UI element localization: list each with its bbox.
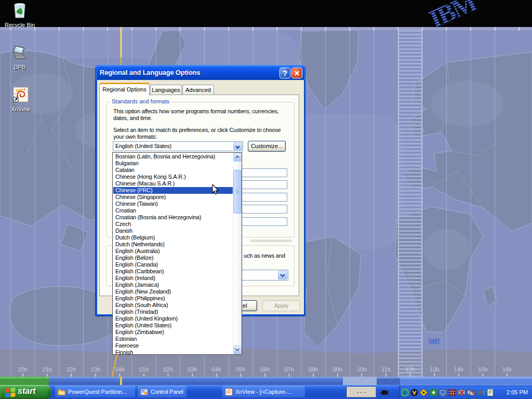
svg-text:11h: 11h: [381, 366, 391, 373]
svg-text:06h: 06h: [260, 366, 270, 373]
svg-text:07h: 07h: [284, 366, 294, 373]
svg-text:01h: 01h: [139, 366, 149, 373]
svg-text:GMT: GMT: [429, 338, 440, 344]
svg-text:12h: 12h: [405, 366, 415, 373]
svg-text:22h: 22h: [66, 366, 76, 373]
svg-text:21h: 21h: [42, 366, 51, 373]
svg-text:04h: 04h: [212, 366, 221, 373]
svg-text:05h: 05h: [236, 366, 245, 373]
svg-text:24h: 24h: [115, 366, 124, 373]
svg-text:15h: 15h: [478, 366, 487, 373]
svg-text:23h: 23h: [91, 366, 100, 373]
svg-text:10h: 10h: [357, 366, 366, 373]
svg-text:09h: 09h: [333, 366, 342, 373]
svg-text:08h: 08h: [309, 366, 318, 373]
svg-text:20h: 20h: [18, 366, 28, 373]
svg-text:03h: 03h: [188, 366, 197, 373]
svg-text:02h: 02h: [163, 366, 172, 373]
svg-text:13h: 13h: [430, 366, 439, 373]
svg-text:16h: 16h: [502, 366, 512, 373]
svg-text:14h: 14h: [454, 366, 463, 373]
